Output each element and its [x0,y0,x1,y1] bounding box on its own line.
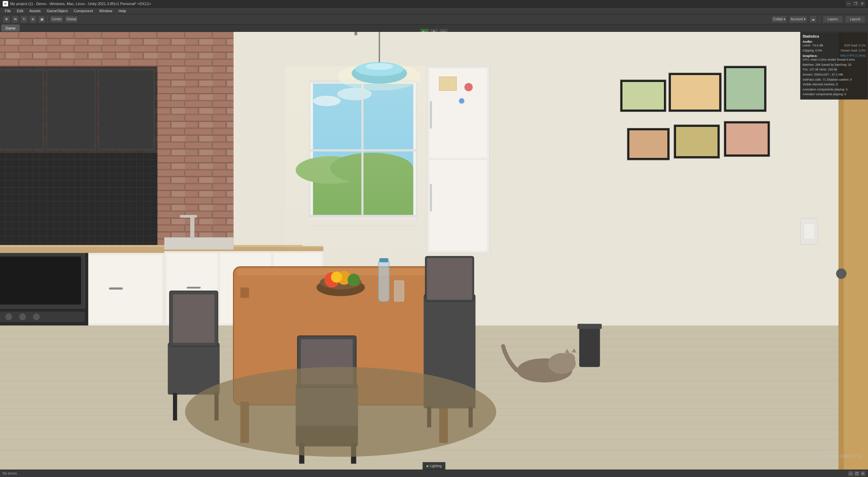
move-tool-button[interactable]: ⇆ [12,16,19,23]
hand-tool-button[interactable]: ✥ [3,16,10,23]
stats-setpass-row: SetPass calls: 71 Shadow casters: 0 [803,78,866,82]
layout-button[interactable]: Layout [845,16,865,23]
stats-graphics-header: Graphics: 506.0 FPS (2.0ms) [803,54,866,58]
stats-anim: Animation components playing: 0 [803,87,848,92]
title-bar-controls: — ❐ ✕ [846,1,865,7]
rotate-tool-button[interactable]: ↻ [20,16,28,23]
status-left: No errors [3,472,17,475]
menu-help[interactable]: Help [116,8,129,14]
stats-fps: 506.0 FPS (2.0ms) [840,54,866,58]
stats-clipping: Clipping: 0.0% [803,48,822,53]
status-message: No errors [3,472,17,475]
svg-rect-178 [0,32,868,470]
watermark: CSDN @仿佛着有光 [821,453,861,459]
cloud-button[interactable]: ☁ [809,16,817,23]
stats-skinned-row: Visible skinned meshes: 0 [803,82,866,87]
account-button[interactable]: Account ▾ [789,16,807,23]
toolbar-divider-2 [820,16,820,23]
stats-dsp: DSP load: 0.1% [844,43,866,48]
status-right: — ❐ ✕ [848,471,865,476]
global-button[interactable]: Global [65,16,78,23]
stats-audio-row2: Clipping: 0.0% Stream load: 0.0% [803,48,866,53]
stats-graphics-section: Graphics: 506.0 FPS (2.0ms) CPU: main 2.… [803,54,866,97]
game-tab[interactable]: Game [1,24,20,32]
stats-skinned: Visible skinned meshes: 0 [803,82,838,87]
stats-audio-label: Audio: [803,40,813,43]
status-restore-button[interactable]: ❐ [854,471,859,476]
stats-animator: Animator components playing: 0 [803,92,846,97]
toolbar-left: ✥ ⇆ ↻ ⊕ ▣ Center Global [3,16,78,23]
lighting-button[interactable]: Lighting [422,462,445,470]
menu-assets[interactable]: Assets [27,8,43,14]
title-bar-left: U My project (1) - Demo - Windows, Mac, … [3,1,151,6]
status-minimize-button[interactable]: — [848,471,853,476]
stats-cpu-row: CPU: main 2.0ms render thread 0.6ms [803,58,866,62]
stats-stream: Stream load: 0.0% [841,48,866,53]
stats-batches: Batches: 298 Saved by batching: 20 [803,63,851,67]
unity-logo-icon: U [3,1,8,6]
menu-component[interactable]: Component [71,8,96,14]
title-bar: U My project (1) - Demo - Windows, Mac, … [0,0,868,7]
minimize-button[interactable]: — [846,1,852,7]
lighting-indicator-icon [426,465,428,467]
scale-tool-button[interactable]: ⊕ [29,16,37,23]
status-close-button[interactable]: ✕ [861,471,865,476]
status-bar: No errors — ❐ ✕ [0,470,868,477]
pivot-button[interactable]: Center [50,16,63,23]
window-title: My project (1) - Demo - Windows, Mac, Li… [10,2,151,6]
collab-button[interactable]: Collab ▾ [771,16,787,23]
game-view: Statistics Audio: Level: -74.6 dB DSP lo… [0,32,868,470]
toolbar-right: Collab ▾ Account ▾ ☁ Layers Layout [771,16,865,23]
rect-tool-button[interactable]: ▣ [38,16,45,23]
stats-setpass: SetPass calls: 71 Shadow casters: 0 [803,78,852,82]
stats-anim-row: Animation components playing: 0 [803,87,866,92]
menu-bar: File Edit Assets GameObject Component Wi… [0,7,868,14]
toolbar-divider [47,16,48,23]
stats-tris-row: Tris: 137.0k Verts: 109.9k [803,67,866,72]
menu-window[interactable]: Window [96,8,115,14]
stats-audio-row1: Level: -74.6 dB DSP load: 0.1% [803,43,866,48]
stats-level: Level: -74.6 dB [803,43,823,48]
restore-button[interactable]: ❐ [852,1,859,7]
stats-title: Statistics [803,34,866,38]
menu-file[interactable]: File [2,8,14,14]
stats-graphics-label: Graphics: [803,54,817,58]
stats-animator-row: Animator components playing: 0 [803,92,866,97]
close-button[interactable]: ✕ [859,1,865,7]
layers-button[interactable]: Layers [823,16,843,23]
menu-gameobject[interactable]: GameObject [44,8,71,14]
lighting-label: Lighting [430,464,441,468]
stats-screen-row: Screen: 2560x1267 - 37.1 MB [803,72,866,77]
stats-screen: Screen: 2560x1267 - 37.1 MB [803,72,843,77]
stats-panel: Statistics Audio: Level: -74.6 dB DSP lo… [800,32,868,100]
main-toolbar: ✥ ⇆ ↻ ⊕ ▣ Center Global ▶ ⏸ ⏭ Collab ▾ A… [0,14,868,24]
game-tab-label: Game [5,26,16,30]
menu-edit[interactable]: Edit [14,8,26,14]
stats-cpu: CPU: main 2.0ms render thread 0.6ms [803,58,855,62]
stats-tris: Tris: 137.0k Verts: 109.9k [803,67,837,72]
kitchen-scene-svg [0,32,868,470]
stats-audio-section: Audio: Level: -74.6 dB DSP load: 0.1% Cl… [803,40,866,53]
stats-batches-row: Batches: 298 Saved by batching: 20 [803,63,866,67]
